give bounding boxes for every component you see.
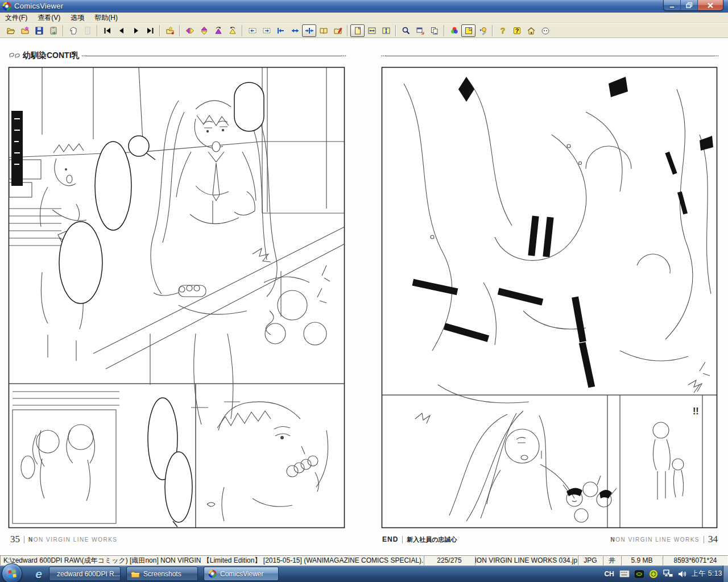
trim-left-margin-button[interactable] (245, 24, 259, 37)
volume-tray-icon[interactable] (678, 570, 686, 578)
status-mode: 井 (603, 555, 621, 566)
auto-scroll-button[interactable] (475, 24, 490, 37)
left-page-title: 幼馴染CONTI乳 (23, 51, 80, 61)
left-page-number: 35 (10, 534, 20, 545)
last-page-button[interactable] (143, 24, 157, 37)
resize-window-button[interactable] (413, 24, 427, 37)
comic-page-right[interactable]: !! (381, 66, 718, 529)
taskbar-button-comicsviewer[interactable]: ComicsViewer (204, 567, 279, 581)
window-title: ComicsViewer (14, 2, 63, 10)
open-new-button[interactable] (18, 24, 32, 37)
show-desktop-button[interactable] (723, 566, 728, 582)
comic-page-right-art: !! (381, 66, 718, 529)
comic-page-left[interactable] (8, 66, 345, 529)
comicsviewer-icon (208, 569, 217, 578)
right-footer-label: NON VIRGIN LINE WORKS (610, 537, 700, 543)
header-rule (385, 56, 714, 56)
left-page-header: 幼馴染CONTI乳 ••• ••• (8, 49, 345, 62)
minimize-button[interactable] (664, 0, 681, 11)
toolbar-separator (97, 25, 98, 36)
rotate-right-button[interactable] (225, 24, 239, 37)
next-page-button[interactable] (129, 24, 143, 37)
mouse-gesture-button[interactable] (66, 24, 80, 37)
toolbar-separator (444, 25, 445, 36)
taskbar-clock[interactable]: 上午 5:13 (692, 569, 722, 579)
rule-tick: ••• (381, 55, 385, 57)
flip-horizontal-button[interactable] (183, 24, 197, 37)
close-button[interactable] (698, 0, 723, 11)
windows-logo-icon (7, 569, 17, 579)
copy-image-button[interactable] (427, 24, 441, 37)
two-page-mode-button[interactable] (316, 24, 330, 37)
save-button[interactable] (32, 24, 46, 37)
nvidia-tray-icon[interactable] (635, 569, 644, 579)
network-tray-icon[interactable] (663, 569, 673, 578)
status-format: JPG (578, 555, 603, 566)
home-button[interactable] (524, 24, 538, 37)
app-icon (2, 2, 11, 11)
edit-paste-button[interactable] (46, 24, 60, 37)
titlebar[interactable]: ComicsViewer (0, 0, 728, 13)
series-logo-icon (8, 52, 20, 60)
footer-divider (704, 536, 704, 543)
flip-vertical-button[interactable] (197, 24, 211, 37)
menu-item-view[interactable]: 查看(V) (32, 12, 65, 24)
svg-text:?: ? (500, 26, 505, 35)
status-filesize: 5.9 MB (621, 555, 663, 566)
rule-tick: ••• (82, 55, 86, 57)
taskbar: e zedward 600DPI R...ScreenshotsComicsVi… (0, 566, 728, 582)
window-controls (663, 0, 723, 11)
goto-page-button[interactable] (163, 24, 177, 37)
about-button[interactable] (538, 24, 552, 37)
color-adjust-button[interactable] (447, 24, 461, 37)
fit-height-view-button[interactable] (379, 24, 393, 37)
footer-divider (24, 536, 24, 543)
ie-icon: e (35, 567, 42, 581)
prev-page-button[interactable] (114, 24, 129, 37)
toolbar-separator (347, 25, 348, 36)
status-dimensions: 8593*6071*24 (663, 555, 728, 566)
start-button[interactable] (2, 563, 22, 582)
toolbar-separator (242, 25, 243, 36)
status-filename: NON VIRGIN LINE WORKS 034.jpg (475, 555, 578, 566)
language-indicator[interactable]: CH (604, 570, 614, 578)
exclamation-text: !! (693, 406, 699, 416)
toolbar-separator (159, 25, 160, 36)
comic-page-left-art (8, 66, 345, 529)
original-size-view-button[interactable] (350, 24, 365, 37)
trim-right-margin-button[interactable] (259, 24, 274, 37)
menu-bar: 文件(F)查看(V)选项帮助(H) (0, 13, 728, 23)
bookmark-edit-button[interactable] (330, 24, 345, 37)
fit-width-view-button[interactable] (365, 24, 379, 37)
header-rule (86, 56, 341, 56)
taskbar-button-zedward-folder[interactable]: zedward 600DPI R... (49, 567, 121, 581)
rule-tick: ••• (714, 55, 718, 57)
status-bar: K:\zedward 600DPI RAW\(成年コミック) [織田non] N… (0, 555, 728, 566)
page-corner-mode-button[interactable] (461, 24, 475, 37)
open-file-button[interactable] (3, 24, 18, 37)
fit-width-span-button[interactable] (288, 24, 302, 37)
menu-item-options[interactable]: 选项 (65, 12, 89, 24)
end-label: END (382, 535, 398, 543)
rule-tick: ••• (341, 55, 345, 57)
restore-button[interactable] (681, 0, 698, 11)
rotate-left-button[interactable] (211, 24, 225, 37)
zoom-button[interactable] (399, 24, 413, 37)
status-file-path: K:\zedward 600DPI RAW\(成年コミック) [織田non] N… (0, 555, 424, 566)
keyboard-icon[interactable] (619, 570, 630, 577)
help-button[interactable]: ? (495, 24, 510, 37)
taskbar-button-screenshots-folder[interactable]: Screenshots (126, 567, 198, 581)
menu-item-file[interactable]: 文件(F) (0, 12, 32, 24)
taskbar-button-label: zedward 600DPI R... (57, 570, 120, 578)
toolbar: ?? (0, 23, 728, 38)
toolbar-separator (492, 25, 493, 36)
context-help-button[interactable]: ? (510, 24, 524, 37)
center-pages-button[interactable] (302, 24, 316, 37)
menu-item-help[interactable]: 帮助(H) (89, 12, 123, 24)
left-footer-label: NON VIRGIN LINE WORKS (28, 537, 118, 543)
quicklaunch-ie[interactable]: e (30, 566, 48, 582)
first-page-button[interactable] (100, 24, 114, 37)
antivirus-tray-icon[interactable] (649, 569, 658, 579)
align-left-edge-button[interactable] (274, 24, 288, 37)
toolbar-separator (395, 25, 396, 36)
